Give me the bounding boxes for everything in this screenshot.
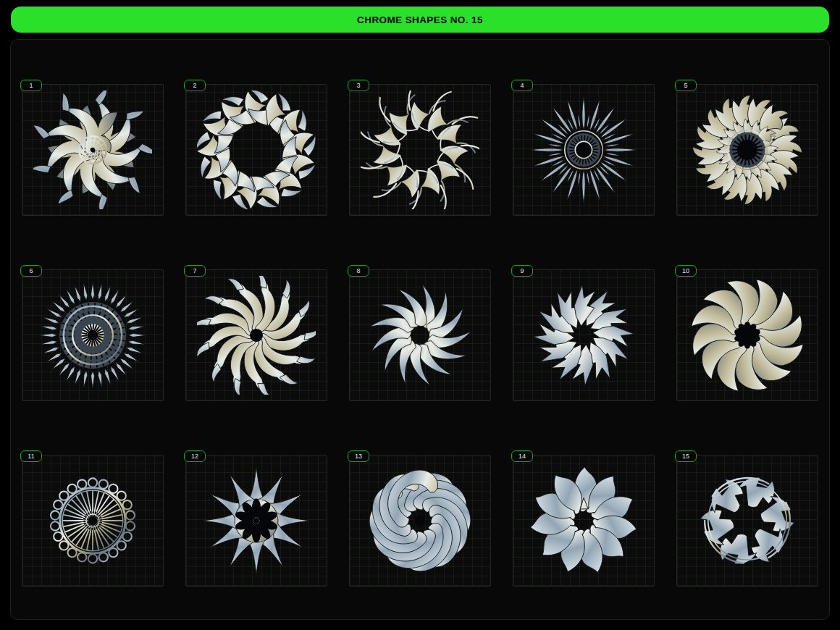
tile-number: 5: [684, 82, 687, 89]
shape-tile: 9: [513, 269, 655, 401]
tile-number: 4: [520, 82, 524, 89]
tribal-saw-spiral-icon: [33, 91, 152, 209]
tile-number: 13: [355, 453, 362, 460]
shape-tile: 14: [513, 455, 655, 587]
ornate-mandala-wheel-icon: [33, 461, 152, 580]
tile-number: 3: [356, 82, 360, 89]
tile-number-badge: 14: [511, 450, 533, 462]
shape-tile: 3: [349, 84, 491, 216]
shape-tile: 8: [349, 269, 491, 401]
tile-number-badge: 3: [348, 80, 369, 91]
tile-number: 15: [682, 453, 689, 460]
shape-tile: 10: [676, 269, 818, 401]
tile-number-badge: 1: [20, 80, 42, 91]
flame-pinwheel-icon: [524, 461, 643, 580]
tile-number-badge: 11: [20, 450, 42, 462]
shape-tile: 11: [22, 455, 164, 587]
tile-number-badge: 10: [675, 265, 697, 277]
tile-number: 1: [29, 82, 33, 89]
tile-number: 10: [682, 267, 689, 274]
turbine-swirl-icon: [361, 461, 479, 580]
shape-tile: 4: [513, 84, 655, 216]
page-title: CHROME SHAPES NO. 15: [357, 14, 483, 25]
spiked-sun-torus-icon: [524, 91, 643, 209]
dense-hook-pinwheel-icon: [688, 91, 807, 209]
tile-number-badge: 7: [184, 265, 206, 277]
teardrop-swirl-icon: [197, 276, 316, 395]
thin-petal-pinwheel-icon: [361, 276, 479, 395]
shape-tile: 13: [349, 455, 491, 587]
shape-tile: 5: [676, 84, 818, 216]
shape-tile: 2: [185, 84, 327, 216]
flag-blade-pinwheel-icon: [524, 276, 643, 395]
tile-number-badge: 13: [348, 450, 369, 462]
tile-number-badge: 12: [184, 450, 206, 462]
shape-tile: 15: [676, 455, 818, 587]
tile-number: 6: [29, 267, 33, 274]
tile-number: 2: [193, 82, 196, 89]
tile-number: 8: [356, 267, 360, 274]
cross-emblem-wheel-icon: [688, 461, 807, 580]
tile-number-badge: 2: [184, 80, 206, 91]
tile-number: 11: [28, 453, 34, 460]
shape-tile: 12: [185, 455, 327, 587]
wiry-thorn-swirl-icon: [361, 91, 479, 209]
shapes-grid: 123456789101112131415: [10, 39, 830, 620]
tile-number-badge: 8: [348, 265, 369, 277]
tile-number-badge: 5: [675, 80, 697, 91]
shape-tile: 6: [22, 269, 164, 401]
rosette-ring-icon: [688, 276, 807, 395]
tile-number-badge: 15: [675, 450, 697, 462]
title-banner: CHROME SHAPES NO. 15: [11, 7, 829, 33]
tile-number-badge: 4: [511, 80, 533, 91]
tile-number-badge: 9: [511, 265, 533, 277]
tile-number: 9: [520, 267, 524, 274]
shape-tile: 1: [22, 84, 164, 216]
tile-number: 14: [518, 453, 526, 460]
ringed-sun-icon: [33, 276, 152, 395]
twelve-point-star-icon: [197, 461, 316, 580]
tile-number: 7: [193, 267, 196, 274]
tile-number: 12: [191, 453, 198, 460]
chrome-shapes-page: { "header": { "title": "CHROME SHAPES NO…: [0, 0, 840, 630]
shape-tile: 7: [185, 269, 327, 401]
tile-number-badge: 6: [20, 265, 42, 277]
thorn-ring-icon: [197, 91, 316, 209]
